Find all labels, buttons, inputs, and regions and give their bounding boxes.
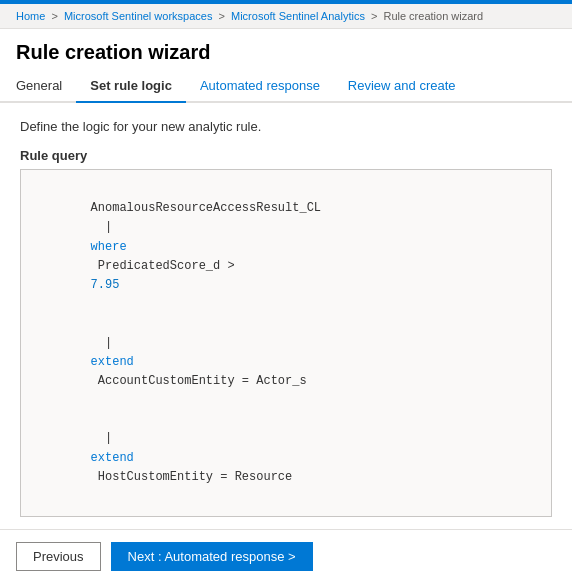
previous-button[interactable]: Previous — [16, 542, 101, 571]
tabs-container: General Set rule logic Automated respons… — [0, 70, 572, 103]
main-content: Define the logic for your new analytic r… — [0, 103, 572, 583]
footer: Previous Next : Automated response > — [0, 529, 572, 583]
breadcrumb-current: Rule creation wizard — [383, 10, 483, 22]
breadcrumb-sep-3: > — [371, 10, 380, 22]
tab-review-and-create[interactable]: Review and create — [334, 70, 470, 103]
section-description: Define the logic for your new analytic r… — [20, 119, 552, 134]
query-line-3: | extend HostCustomEntity = Resource — [33, 410, 539, 506]
breadcrumb-sentinel-workspaces[interactable]: Microsoft Sentinel workspaces — [64, 10, 213, 22]
next-button[interactable]: Next : Automated response > — [111, 542, 313, 571]
tab-general[interactable]: General — [16, 70, 76, 103]
query-line-1: AnomalousResourceAccessResult_CL | where… — [33, 180, 539, 314]
page-title: Rule creation wizard — [0, 29, 572, 70]
breadcrumb: Home > Microsoft Sentinel workspaces > M… — [0, 4, 572, 29]
breadcrumb-home[interactable]: Home — [16, 10, 45, 22]
breadcrumb-sep-2: > — [219, 10, 228, 22]
tab-automated-response[interactable]: Automated response — [186, 70, 334, 103]
query-box[interactable]: AnomalousResourceAccessResult_CL | where… — [20, 169, 552, 517]
tab-set-rule-logic[interactable]: Set rule logic — [76, 70, 186, 103]
breadcrumb-sep-1: > — [51, 10, 60, 22]
breadcrumb-sentinel-analytics[interactable]: Microsoft Sentinel Analytics — [231, 10, 365, 22]
query-line-2: | extend AccountCustomEntity = Actor_s — [33, 314, 539, 410]
rule-query-label: Rule query — [20, 148, 552, 163]
